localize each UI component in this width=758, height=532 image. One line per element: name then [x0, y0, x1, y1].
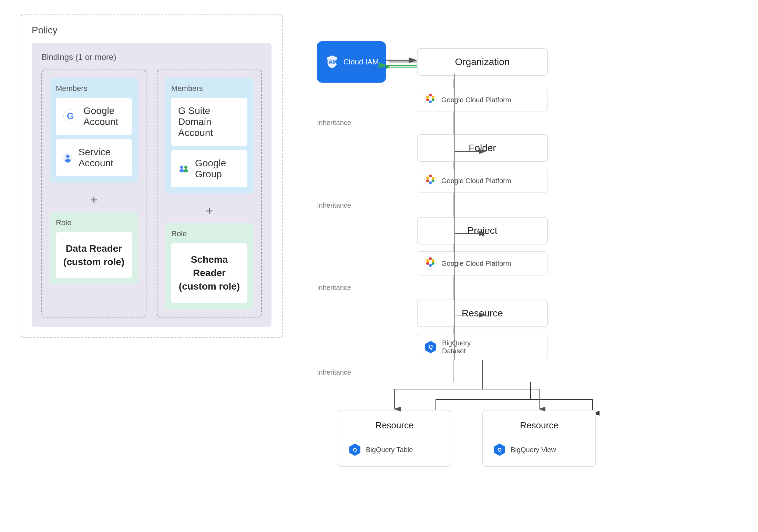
binding-card-1: Members G Google Account — [41, 70, 146, 317]
svg-text:Q: Q — [498, 447, 502, 452]
svg-point-6 — [180, 169, 184, 173]
svg-point-8 — [184, 169, 188, 173]
gcp-project-icon — [423, 257, 437, 270]
bq-dataset-section: Q BigQueryDataset — [417, 334, 548, 360]
inheritance-1: Inheritance — [317, 119, 351, 127]
bindings-inner: Members G Google Account — [41, 70, 262, 317]
google-account-item: G Google Account — [56, 98, 132, 135]
svg-point-33 — [432, 179, 434, 182]
gcp-org-icon — [423, 93, 437, 107]
google-group-item: Google Group — [171, 150, 247, 187]
gcp-project-box: Google Cloud Platform — [417, 251, 548, 275]
folder-section: Folder — [417, 134, 548, 162]
role-box-1: Role Data Reader(custom role) — [50, 212, 138, 284]
bq-view-icon: Q — [493, 443, 506, 457]
google-group-icon — [178, 161, 190, 176]
gsuite-text: G Suite Domain Account — [178, 105, 240, 138]
bq-table-icon: Q — [348, 443, 362, 457]
gcp-org-section: Google Cloud Platform — [417, 88, 548, 112]
svg-point-5 — [180, 166, 183, 169]
gsuite-item: G Suite Domain Account — [171, 98, 247, 146]
svg-point-36 — [426, 177, 429, 179]
project-section: Project — [417, 217, 548, 244]
svg-point-3 — [66, 155, 69, 158]
svg-text:G: G — [67, 111, 74, 121]
service-account-item: Service Account — [56, 139, 132, 176]
google-group-text: Google Group — [195, 158, 240, 180]
svg-point-34 — [429, 181, 432, 184]
resource-box: Resource — [417, 300, 548, 327]
svg-point-42 — [426, 262, 429, 265]
folder-box: Folder — [417, 134, 548, 162]
diagram-container: Policy Bindings (1 or more) Members — [0, 0, 758, 532]
organization-section: Organization — [417, 48, 548, 76]
cloud-iam-box: IAM Cloud IAM — [317, 41, 386, 83]
gcp-org-box: Google Cloud Platform — [417, 88, 548, 112]
service-account-icon — [63, 150, 73, 165]
bq-table-divider — [348, 437, 441, 437]
members-label-1: Members — [56, 84, 132, 93]
svg-point-7 — [184, 166, 187, 169]
members-label-2: Members — [171, 84, 247, 93]
role-text-1: Data Reader(custom role) — [63, 243, 124, 267]
svg-point-29 — [426, 96, 429, 98]
binding-card-2: Members G Suite Domain Account — [157, 70, 262, 317]
left-panel: Policy Bindings (1 or more) Members — [21, 14, 289, 520]
bq-view-item: Q BigQuery View — [493, 443, 586, 457]
role-item-2: Schema Reader(custom role) — [171, 243, 247, 303]
bq-table-item: Q BigQuery Table — [348, 443, 441, 457]
members-box-2: Members G Suite Domain Account — [165, 78, 254, 194]
gcp-folder-text: Google Cloud Platform — [441, 177, 511, 185]
bq-dataset-icon: Q — [423, 340, 438, 354]
svg-point-31 — [429, 175, 432, 177]
svg-point-39 — [432, 259, 434, 262]
role-item-1: Data Reader(custom role) — [56, 232, 132, 278]
bindings-label: Bindings (1 or more) — [41, 52, 262, 62]
role-label-2: Role — [171, 229, 247, 238]
shield-icon: IAM — [324, 54, 340, 70]
role-label-1: Role — [56, 218, 132, 227]
svg-point-43 — [426, 259, 429, 262]
policy-box: Policy Bindings (1 or more) Members — [21, 14, 283, 338]
rp-inner: IAM Cloud IAM Organization — [317, 21, 627, 520]
svg-point-32 — [432, 177, 434, 179]
bq-table-title: Resource — [348, 420, 441, 431]
svg-text:Q: Q — [429, 344, 433, 350]
bq-view-divider — [493, 437, 586, 437]
bq-dataset-text: BigQueryDataset — [442, 339, 471, 355]
right-panel: IAM Cloud IAM Organization — [289, 14, 737, 520]
cloud-iam-label: Cloud IAM — [344, 57, 379, 67]
svg-point-26 — [432, 98, 434, 101]
policy-label: Policy — [32, 25, 272, 36]
gcp-folder-icon — [423, 174, 437, 188]
inheritance-4: Inheritance — [317, 368, 351, 376]
gcp-folder-section: Google Cloud Platform — [417, 169, 548, 193]
svg-text:Q: Q — [353, 447, 357, 452]
service-account-text: Service Account — [79, 147, 125, 169]
svg-point-4 — [65, 159, 71, 163]
bindings-box: Bindings (1 or more) Members — [32, 43, 272, 327]
bq-dataset-box: Q BigQueryDataset — [417, 334, 548, 360]
svg-text:IAM: IAM — [327, 59, 337, 65]
svg-point-24 — [429, 94, 432, 96]
svg-point-35 — [426, 179, 429, 182]
google-g-icon: G — [63, 109, 78, 124]
inheritance-2: Inheritance — [317, 201, 351, 209]
svg-point-25 — [432, 96, 434, 98]
svg-point-41 — [429, 264, 432, 267]
project-box: Project — [417, 217, 548, 244]
inheritance-3: Inheritance — [317, 284, 351, 292]
gcp-org-text: Google Cloud Platform — [441, 96, 511, 104]
plus-2: + — [165, 199, 254, 223]
resource-section: Resource — [417, 300, 548, 327]
role-text-2: Schema Reader(custom role) — [179, 254, 240, 292]
gcp-project-text: Google Cloud Platform — [441, 260, 511, 268]
svg-point-28 — [426, 98, 429, 101]
svg-point-40 — [432, 262, 434, 265]
google-account-text: Google Account — [83, 105, 125, 127]
role-box-2: Role Schema Reader(custom role) — [165, 223, 254, 309]
gcp-project-section: Google Cloud Platform — [417, 251, 548, 275]
bq-view-section: Resource Q BigQuery View — [482, 410, 596, 467]
plus-1: + — [50, 188, 138, 212]
bq-view-title: Resource — [493, 420, 586, 431]
